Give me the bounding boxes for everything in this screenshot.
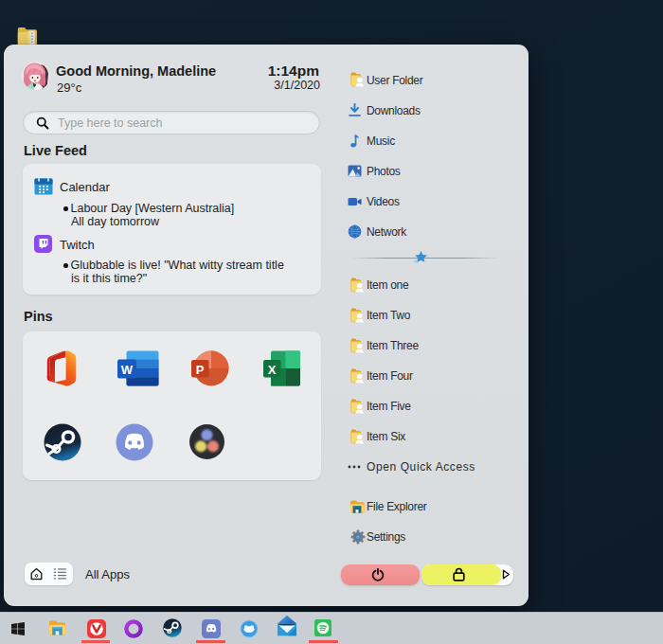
svg-text:W: W — [121, 363, 134, 377]
svg-text:X: X — [268, 363, 277, 377]
svg-text:P: P — [196, 363, 205, 377]
